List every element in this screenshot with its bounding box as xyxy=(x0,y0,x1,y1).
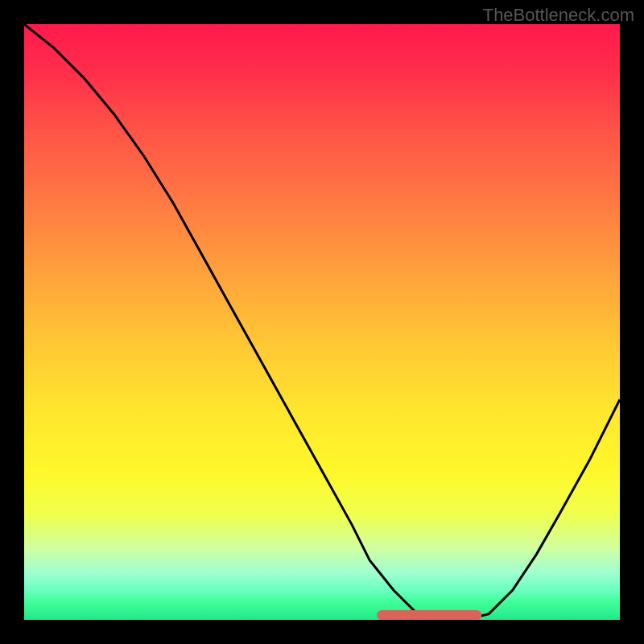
watermark-text: TheBottleneck.com xyxy=(483,5,634,26)
chart-svg xyxy=(24,24,620,620)
bottleneck-curve-line xyxy=(24,24,620,620)
chart-plot-area xyxy=(24,24,620,620)
